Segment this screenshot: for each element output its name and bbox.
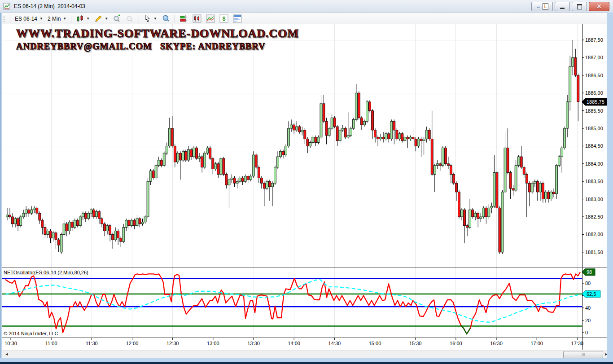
price-axis-label: 1882,50	[585, 214, 603, 219]
time-axis-label: 13:30	[247, 341, 260, 346]
price-axis-label: 1883,50	[585, 179, 603, 184]
oscillator-axis-label: 20	[585, 318, 591, 323]
price-axis-label: 1885,00	[585, 126, 603, 131]
copyright-text: © 2014 NinjaTrader, LLC	[4, 331, 58, 336]
chart-window: 1887,501887,001886,501886,001885,501885,…	[0, 0, 613, 364]
price-axis-label: 1882,00	[585, 232, 603, 237]
price-axis-label: 1886,00	[585, 90, 603, 96]
time-axis-label: 16:00	[450, 341, 462, 346]
scrollbar-thumb[interactable]	[563, 351, 603, 358]
chart-canvas[interactable]: 1887,501887,001886,501886,001885,501885,…	[0, 0, 613, 364]
oscillator-axis-label: 80	[585, 281, 591, 286]
window-border-bottom	[0, 358, 613, 364]
price-axis-label: 1884,00	[585, 161, 603, 167]
time-axis-label: 14:30	[328, 341, 341, 346]
window-border-right	[607, 13, 613, 364]
oscillator-red-value-tag: 98	[582, 269, 595, 276]
oscillator-axis-label: 0	[585, 330, 588, 335]
time-axis-label: 17:00	[530, 341, 543, 346]
price-axis-label: 1885,50	[585, 108, 603, 114]
time-axis-label: 12:00	[126, 341, 139, 346]
oscillator-cyan-value-tag-label: 62,5	[587, 291, 596, 297]
price-axis-label: 1887,50	[585, 37, 603, 43]
time-axis-label: 15:30	[409, 341, 422, 346]
time-axis-label: 15:00	[369, 341, 381, 346]
oscillator-axis-label: 40	[585, 305, 591, 311]
thumb-grip-icon	[582, 353, 585, 356]
last-price-tag-label: 1885,75	[587, 99, 604, 105]
price-axis-label: 1884,50	[585, 143, 603, 149]
time-axis-label: 16:30	[490, 341, 503, 346]
time-axis-label: 11:30	[86, 341, 98, 346]
price-axis-label: 1881,50	[585, 250, 603, 255]
oscillator-red-value-tag-label: 98	[587, 269, 592, 275]
indicator-label: NETOscillator(ES 06-14 (2 Min),80,26)	[4, 270, 88, 275]
time-axis-label: 17:30	[571, 341, 584, 346]
price-axis-label: 1887,00	[585, 55, 603, 60]
time-axis-label: 12:30	[166, 341, 179, 346]
oscillator-cyan-value-tag: 62,5	[582, 291, 600, 298]
time-axis-label: 11:00	[45, 341, 57, 346]
time-axis-label: 10:30	[4, 341, 17, 346]
horizontal-scrollbar[interactable]: ◄ ►	[2, 350, 607, 358]
price-axis-label: 1886,50	[585, 73, 603, 78]
price-axis-label: 1883,00	[585, 197, 603, 202]
window-border-left	[0, 13, 2, 364]
time-axis-label: 13:00	[207, 341, 219, 346]
last-price-tag: 1885,75	[582, 98, 607, 105]
scroll-left-arrow-icon[interactable]: ◄	[4, 351, 10, 357]
time-axis-label: 14:00	[288, 341, 300, 346]
